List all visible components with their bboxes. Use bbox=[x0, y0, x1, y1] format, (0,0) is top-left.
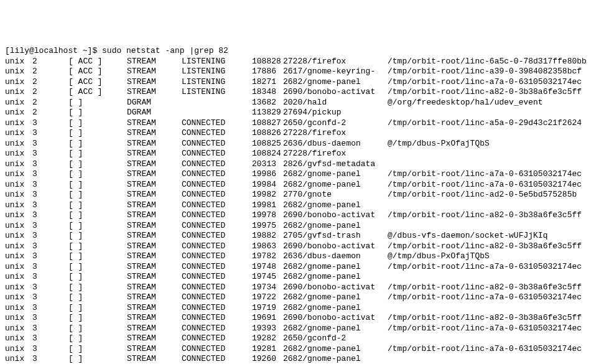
refcnt-cell: 3 bbox=[32, 221, 68, 231]
proto-cell: unix bbox=[5, 98, 32, 108]
program-cell: 27228/firefox bbox=[283, 128, 388, 139]
state-cell: CONNECTED bbox=[182, 324, 252, 334]
netstat-row: unix3[ ]STREAMCONNECTED198632690/bonobo-… bbox=[5, 241, 582, 251]
state-cell: LISTENING bbox=[182, 87, 252, 98]
program-cell: 2020/hald bbox=[283, 98, 388, 108]
path-cell: /tmp/orbit-root/linc-a7a-0-63105032174ec bbox=[388, 344, 582, 355]
state-cell: CONNECTED bbox=[182, 221, 252, 231]
netstat-row: unix3[ ]STREAMCONNECTED203132826/gvfsd-m… bbox=[5, 159, 388, 169]
proto-cell: unix bbox=[5, 200, 32, 211]
flags-cell: [ ] bbox=[68, 231, 127, 241]
inode-cell: 19882 bbox=[252, 231, 283, 241]
shell-prompt: [lily@localhost ~]$ bbox=[5, 46, 102, 55]
flags-cell: [ ] bbox=[68, 324, 127, 334]
program-cell: 27228/firefox bbox=[283, 57, 388, 67]
flags-cell: [ ] bbox=[68, 128, 127, 139]
program-cell: 2682/gnome-panel bbox=[283, 180, 388, 190]
state-cell: CONNECTED bbox=[182, 118, 252, 129]
proto-cell: unix bbox=[5, 262, 32, 273]
inode-cell: 19719 bbox=[252, 303, 283, 314]
inode-cell: 19722 bbox=[252, 292, 283, 303]
refcnt-cell: 2 bbox=[32, 77, 68, 88]
program-cell: 2682/gnome-panel bbox=[283, 262, 388, 273]
shell-command: sudo netstat -anp |grep 82 bbox=[102, 46, 228, 55]
proto-cell: unix bbox=[5, 354, 32, 364]
proto-cell: unix bbox=[5, 108, 32, 118]
flags-cell: [ ] bbox=[68, 303, 127, 314]
inode-cell: 18348 bbox=[252, 87, 283, 98]
netstat-row: unix3[ ]STREAMCONNECTED197822636/dbus-da… bbox=[5, 251, 490, 261]
type-cell: STREAM bbox=[127, 251, 182, 262]
path-cell: /tmp/orbit-root/linc-a7a-0-63105032174ec bbox=[388, 180, 582, 190]
type-cell: STREAM bbox=[127, 169, 182, 180]
refcnt-cell: 3 bbox=[32, 324, 68, 334]
proto-cell: unix bbox=[5, 87, 32, 98]
inode-cell: 108826 bbox=[252, 128, 283, 139]
type-cell: STREAM bbox=[127, 128, 182, 139]
path-cell: @/tmp/dbus-PxOfajTQbS bbox=[388, 139, 490, 149]
refcnt-cell: 3 bbox=[32, 231, 68, 241]
type-cell: STREAM bbox=[127, 303, 182, 314]
state-cell: CONNECTED bbox=[182, 292, 252, 303]
state-cell: CONNECTED bbox=[182, 231, 252, 241]
refcnt-cell: 3 bbox=[32, 313, 68, 324]
state-cell: CONNECTED bbox=[182, 139, 252, 149]
state-cell: CONNECTED bbox=[182, 180, 252, 190]
program-cell: 2682/gnome-panel bbox=[283, 292, 388, 303]
program-cell: 2690/bonobo-activat bbox=[283, 313, 388, 324]
type-cell: STREAM bbox=[127, 190, 182, 200]
inode-cell: 19281 bbox=[252, 344, 283, 355]
netstat-row: unix2[ ]DGRAM11382927694/pickup bbox=[5, 108, 388, 117]
flags-cell: [ ] bbox=[68, 169, 127, 180]
proto-cell: unix bbox=[5, 241, 32, 252]
program-cell: 2682/gnome-panel bbox=[283, 272, 388, 282]
program-cell: 2650/gconfd-2 bbox=[283, 118, 388, 129]
refcnt-cell: 2 bbox=[32, 87, 68, 98]
proto-cell: unix bbox=[5, 313, 32, 324]
refcnt-cell: 2 bbox=[32, 98, 68, 108]
program-cell: 2690/bonobo-activat bbox=[283, 282, 388, 293]
state-cell: CONNECTED bbox=[182, 262, 252, 273]
type-cell: STREAM bbox=[127, 149, 182, 159]
program-cell: 2682/gnome-panel bbox=[283, 344, 388, 355]
inode-cell: 108828 bbox=[252, 57, 283, 67]
netstat-row: unix3[ ]STREAMCONNECTED1088252636/dbus-d… bbox=[5, 139, 490, 148]
type-cell: STREAM bbox=[127, 221, 182, 231]
proto-cell: unix bbox=[5, 324, 32, 334]
flags-cell: [ ] bbox=[68, 313, 127, 324]
terminal-output[interactable]: [lily@localhost ~]$ sudo netstat -anp |g… bbox=[5, 46, 604, 364]
refcnt-cell: 3 bbox=[32, 180, 68, 190]
type-cell: STREAM bbox=[127, 118, 182, 129]
program-cell: 2690/bonobo-activat bbox=[283, 241, 388, 252]
type-cell: STREAM bbox=[127, 67, 182, 77]
proto-cell: unix bbox=[5, 180, 32, 190]
program-cell: 2826/gvfsd-metadata bbox=[283, 159, 388, 170]
inode-cell: 19984 bbox=[252, 180, 283, 190]
state-cell: CONNECTED bbox=[182, 354, 252, 364]
prompt-line: [lily@localhost ~]$ sudo netstat -anp |g… bbox=[5, 46, 228, 55]
inode-cell: 13682 bbox=[252, 98, 283, 108]
refcnt-cell: 3 bbox=[32, 303, 68, 314]
program-cell: 2770/gnote bbox=[283, 190, 388, 200]
inode-cell: 19393 bbox=[252, 324, 283, 334]
inode-cell: 19981 bbox=[252, 200, 283, 211]
refcnt-cell: 2 bbox=[32, 67, 68, 77]
state-cell: CONNECTED bbox=[182, 128, 252, 139]
netstat-row: unix2[ ACC ]STREAMLISTENING178862617/gno… bbox=[5, 67, 582, 76]
flags-cell: [ ] bbox=[68, 108, 127, 118]
path-cell: @/tmp/dbus-PxOfajTQbS bbox=[388, 251, 490, 262]
program-cell: 2617/gnome-keyring- bbox=[283, 67, 388, 77]
path-cell: /tmp/orbit-root/linc-a7a-0-63105032174ec bbox=[388, 169, 582, 180]
inode-cell: 19734 bbox=[252, 282, 283, 293]
program-cell: 2650/gconfd-2 bbox=[283, 334, 388, 344]
inode-cell: 108825 bbox=[252, 139, 283, 149]
type-cell: STREAM bbox=[127, 313, 182, 324]
netstat-row: unix3[ ]STREAMCONNECTED199752682/gnome-p… bbox=[5, 221, 388, 230]
proto-cell: unix bbox=[5, 282, 32, 293]
proto-cell: unix bbox=[5, 57, 32, 67]
proto-cell: unix bbox=[5, 303, 32, 314]
state-cell: CONNECTED bbox=[182, 241, 252, 252]
netstat-row: unix3[ ]STREAMCONNECTED10882627228/firef… bbox=[5, 128, 388, 138]
netstat-row: unix2[ ACC ]STREAMLISTENING182712682/gno… bbox=[5, 77, 582, 86]
proto-cell: unix bbox=[5, 292, 32, 303]
